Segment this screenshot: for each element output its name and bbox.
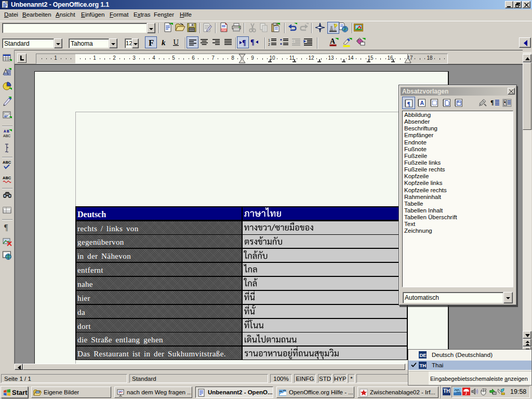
svg-text:ABC: ABC [3,160,11,165]
svg-text:¶: ¶ [4,223,8,232]
svg-text:ABC: ABC [3,176,11,180]
svg-text:A: A [420,100,424,106]
svg-text:PDF: PDF [221,29,227,32]
svg-text:A: A [4,129,6,133]
svg-text:2: 2 [268,43,270,46]
svg-text:¶: ¶ [242,39,246,47]
svg-text:B: B [7,129,9,133]
svg-text:¶: ¶ [407,100,410,108]
svg-text:¶: ¶ [490,99,494,106]
svg-text:1: 1 [268,38,270,42]
svg-text:A: A [458,100,459,103]
svg-text:U: U [174,38,179,46]
svg-text:ABC: ABC [3,134,10,138]
svg-text:F: F [149,38,154,48]
svg-text:k: k [162,38,166,47]
svg-text:¶: ¶ [504,100,507,105]
svg-text:¶: ¶ [250,38,255,46]
svg-text:A: A [330,37,336,45]
